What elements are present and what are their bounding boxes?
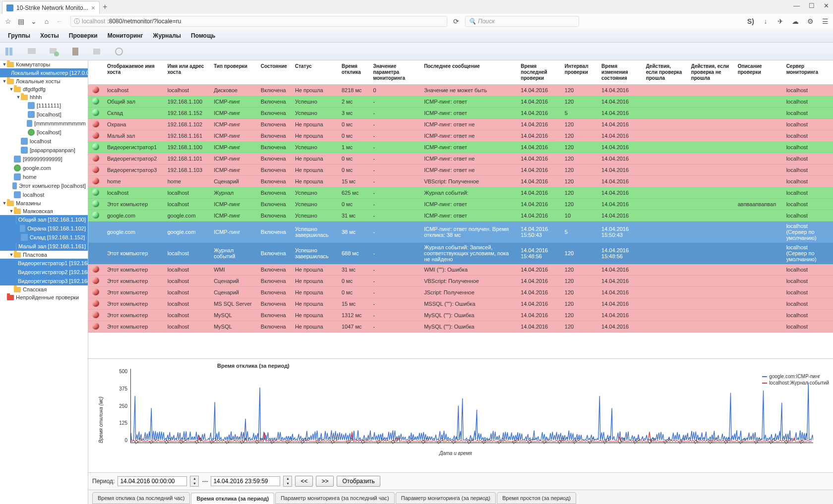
- column-header[interactable]: Описание проверки: [734, 60, 782, 85]
- tree-item[interactable]: [mmmmmmmmmmm: [0, 119, 88, 128]
- column-header[interactable]: Значение параметра мониторинга: [369, 60, 420, 85]
- menu-checks[interactable]: Проверки: [65, 30, 102, 41]
- menu-hosts[interactable]: Хосты: [36, 30, 63, 41]
- close-icon[interactable]: ✕: [824, 2, 829, 9]
- column-header[interactable]: Последнее сообщение: [420, 60, 517, 85]
- table-row[interactable]: Этот компьютерlocalhostWMIВключенаНе про…: [88, 264, 833, 276]
- tree-item[interactable]: google.com: [0, 164, 88, 172]
- library-icon[interactable]: ▤: [17, 17, 25, 25]
- page-tab[interactable]: Время отклика (за последний час): [92, 492, 190, 504]
- table-row[interactable]: Этот компьютерlocalhostMySQLВключенаНе п…: [88, 310, 833, 321]
- column-header[interactable]: Тип проверки: [210, 60, 257, 85]
- tree-item[interactable]: Склад [192.168.1.152]: [0, 233, 88, 242]
- column-header[interactable]: Время изменения состояния: [597, 60, 642, 85]
- table-row[interactable]: Этот компьютерlocalhostICMP-пингВключена…: [88, 199, 833, 210]
- column-header[interactable]: Сервер мониторинга: [782, 60, 833, 85]
- reload-icon[interactable]: ⟳: [452, 17, 460, 25]
- minimize-icon[interactable]: —: [793, 2, 800, 9]
- new-tab-button[interactable]: +: [103, 2, 107, 11]
- tree-item[interactable]: [localhost]: [0, 128, 88, 137]
- next-button[interactable]: >>: [316, 476, 334, 487]
- ext-s-icon[interactable]: S): [747, 17, 755, 25]
- tree-item[interactable]: localhost: [0, 190, 88, 199]
- send-icon[interactable]: ✈: [776, 17, 784, 25]
- menu-help[interactable]: Помощь: [187, 30, 219, 41]
- table-row[interactable]: homehomeСценарийВключенаНе прошла15 мс-V…: [88, 176, 833, 187]
- table-row[interactable]: Склад192.168.1.152ICMP-пингВключенаУспеш…: [88, 108, 833, 119]
- menu-groups[interactable]: Группы: [4, 30, 34, 41]
- tree-arrow-icon[interactable]: ▼: [2, 79, 7, 84]
- prev-button[interactable]: <<: [295, 476, 313, 487]
- tree-item[interactable]: [999999999999]: [0, 155, 88, 164]
- tree-item[interactable]: Видеорегистратор2 [192.168.1.101]: [0, 268, 88, 277]
- tree-arrow-icon[interactable]: ▼: [9, 252, 14, 257]
- tree-arrow-icon[interactable]: ▼: [9, 87, 14, 92]
- tree-item[interactable]: [1111111]: [0, 101, 88, 110]
- from-spinner[interactable]: ▲▼: [190, 476, 199, 487]
- menu-icon[interactable]: ☰: [821, 17, 829, 25]
- tree-item[interactable]: Общий зал [192.168.1.100]: [0, 215, 88, 224]
- column-header[interactable]: Интервал проверки: [561, 60, 597, 85]
- url-field[interactable]: ⓘ localhost:8080/netmonitor/?locale=ru: [70, 16, 447, 27]
- show-button[interactable]: Отобразить: [337, 476, 380, 487]
- column-header[interactable]: Имя или адрес хоста: [164, 60, 210, 85]
- info-icon[interactable]: ⓘ: [74, 17, 80, 26]
- page-tab[interactable]: Параметр мониторинга (за период): [396, 492, 496, 504]
- table-row[interactable]: Видеорегистратор1192.168.1.100ICMP-пингВ…: [88, 142, 833, 153]
- to-spinner[interactable]: ▲▼: [283, 476, 292, 487]
- tree-item[interactable]: ▼Магазины: [0, 199, 88, 207]
- tree-item[interactable]: ▼dfgdfgdfg: [0, 85, 88, 93]
- tree-item[interactable]: Видеорегистратор1 [192.168.1.100]: [0, 259, 88, 268]
- period-to-input[interactable]: [211, 476, 280, 486]
- tool-add-icon[interactable]: [48, 46, 60, 57]
- tree-item[interactable]: [papapnpapanpan]: [0, 146, 88, 155]
- tree-item[interactable]: [localhost]: [0, 110, 88, 119]
- table-row[interactable]: google.comgoogle.comICMP-пингВключенаУсп…: [88, 222, 833, 243]
- back-icon[interactable]: ←: [56, 17, 63, 25]
- table-row[interactable]: Этот компьютерlocalhostMS SQL ServerВклю…: [88, 298, 833, 310]
- browser-tab[interactable]: 10-Strike Network Monito... ×: [2, 1, 100, 14]
- star-icon[interactable]: ☆: [4, 17, 12, 25]
- pocket-icon[interactable]: ⌄: [30, 17, 38, 25]
- tool-servers-icon[interactable]: [4, 46, 16, 57]
- grid-wrap[interactable]: Отображаемое имя хостаИмя или адрес хост…: [88, 60, 833, 358]
- tree-item[interactable]: Спасская: [0, 285, 88, 293]
- table-row[interactable]: Этот компьютерlocalhostСценарийВключенаН…: [88, 276, 833, 287]
- table-row[interactable]: Видеорегистратор2192.168.1.101ICMP-пингВ…: [88, 153, 833, 165]
- tool-config-icon[interactable]: [91, 46, 103, 57]
- period-from-input[interactable]: [118, 476, 187, 486]
- search-field[interactable]: 🔍 Поиск: [465, 16, 579, 27]
- tree-item[interactable]: ▼Коммутаторы: [0, 60, 88, 68]
- tree-item[interactable]: Видеорегистратор3 [192.168.1.103]: [0, 277, 88, 285]
- tree-item[interactable]: Этот компьютер [localhost]: [0, 181, 88, 190]
- download-icon[interactable]: ↓: [762, 17, 770, 25]
- column-header[interactable]: Действия, если проверка не прошла: [687, 60, 734, 85]
- sidebar[interactable]: ▼КоммутаторыЛокальный компьютер [127.0.0…: [0, 60, 88, 504]
- table-row[interactable]: Общий зал192.168.1.100ICMP-пингВключенаУ…: [88, 96, 833, 108]
- tree-arrow-icon[interactable]: ▼: [2, 62, 7, 67]
- tree-item[interactable]: ▼Пластова: [0, 251, 88, 259]
- tree-arrow-icon[interactable]: ▼: [2, 201, 7, 206]
- home-icon[interactable]: ⌂: [43, 17, 51, 25]
- table-row[interactable]: google.comgoogle.comICMP-пингВключенаУсп…: [88, 210, 833, 222]
- menu-logs[interactable]: Журналы: [149, 30, 185, 41]
- page-tab[interactable]: Время простоя (за период): [497, 492, 576, 504]
- tool-clipboard-icon[interactable]: [69, 46, 81, 57]
- column-header[interactable]: [88, 60, 103, 85]
- tool-gear-icon[interactable]: [113, 46, 125, 57]
- table-row[interactable]: Этот компьютерlocalhostЖурнал событийВкл…: [88, 243, 833, 264]
- column-header[interactable]: Отображаемое имя хоста: [103, 60, 164, 85]
- chat-icon[interactable]: ☁: [791, 17, 799, 25]
- tree-item[interactable]: ▼Локальные хосты: [0, 77, 88, 85]
- menu-monitoring[interactable]: Мониторинг: [104, 30, 147, 41]
- gear-icon[interactable]: ⚙: [806, 17, 814, 25]
- column-header[interactable]: Действия, если проверка прошла: [642, 60, 687, 85]
- tree-arrow-icon[interactable]: ▼: [16, 95, 21, 100]
- tree-item[interactable]: home: [0, 172, 88, 181]
- table-row[interactable]: Малый зал192.168.1.161ICMP-пингВключенаН…: [88, 130, 833, 142]
- column-header[interactable]: Статус: [291, 60, 338, 85]
- table-row[interactable]: Видеорегистратор3192.168.1.103ICMP-пингВ…: [88, 165, 833, 176]
- tree-item[interactable]: Непройденные проверки: [0, 293, 88, 301]
- tree-item[interactable]: Охрана [192.168.1.102]: [0, 224, 88, 233]
- page-tab[interactable]: Параметр мониторинга (за последний час): [275, 492, 395, 504]
